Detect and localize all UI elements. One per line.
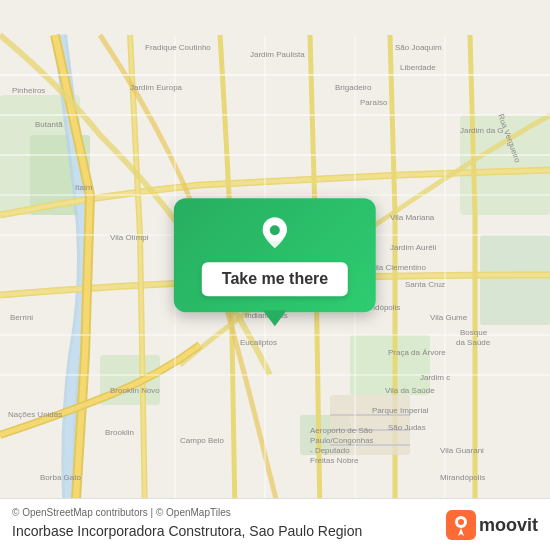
svg-text:São Judas: São Judas (388, 423, 426, 432)
svg-text:Paulo/Congonhas: Paulo/Congonhas (310, 436, 374, 445)
svg-text:Liberdade: Liberdade (400, 63, 436, 72)
destination-card: Take me there (174, 198, 376, 312)
svg-text:Vila da Saúde: Vila da Saúde (385, 386, 435, 395)
moovit-brand-name: moovit (479, 515, 538, 536)
svg-text:Aeroporto de São: Aeroporto de São (310, 426, 373, 435)
svg-text:Campo Belo: Campo Belo (180, 436, 225, 445)
take-me-there-button[interactable]: Take me there (202, 262, 348, 296)
svg-text:Nações Unidas: Nações Unidas (8, 410, 62, 419)
moovit-brand-icon (446, 510, 476, 540)
svg-text:Vila Olímpi: Vila Olímpi (110, 233, 149, 242)
svg-text:São Joaquim: São Joaquim (395, 43, 442, 52)
svg-text:Vila Gume: Vila Gume (430, 313, 468, 322)
svg-text:Mirandópolis: Mirandópolis (440, 473, 485, 482)
svg-text:Pinheiros: Pinheiros (12, 86, 45, 95)
svg-text:Santa Cruz: Santa Cruz (405, 280, 445, 289)
svg-text:Jardim Europa: Jardim Europa (130, 83, 183, 92)
svg-text:da Saúde: da Saúde (456, 338, 491, 347)
location-pin-icon (257, 216, 293, 252)
moovit-logo: moovit (446, 510, 538, 540)
svg-text:Itaim: Itaim (75, 183, 93, 192)
svg-text:- Deputado: - Deputado (310, 446, 350, 455)
svg-text:Brooklin Novo: Brooklin Novo (110, 386, 160, 395)
svg-text:Brooklin: Brooklin (105, 428, 134, 437)
svg-text:Freitas Nobre: Freitas Nobre (310, 456, 359, 465)
svg-text:Berrini: Berrini (10, 313, 33, 322)
svg-rect-4 (480, 235, 550, 325)
svg-text:Jardim da G: Jardim da G (460, 126, 504, 135)
svg-text:Jardim Auréli: Jardim Auréli (390, 243, 436, 252)
svg-text:Vila Guarani: Vila Guarani (440, 446, 484, 455)
svg-text:Parque Imperial: Parque Imperial (372, 406, 429, 415)
svg-text:Jardim c: Jardim c (420, 373, 450, 382)
svg-text:Eucaliptos: Eucaliptos (240, 338, 277, 347)
map-container: Pinheiros Fradique Coutinho Jardim Pauli… (0, 0, 550, 550)
svg-text:Brigadeiro: Brigadeiro (335, 83, 372, 92)
svg-text:Bosque: Bosque (460, 328, 488, 337)
card-tail (263, 310, 287, 326)
svg-text:Fradique Coutinho: Fradique Coutinho (145, 43, 211, 52)
take-me-there-container: Take me there (174, 198, 376, 326)
svg-point-61 (270, 225, 280, 235)
svg-text:Butantã: Butantã (35, 120, 63, 129)
svg-text:Paraíso: Paraíso (360, 98, 388, 107)
svg-point-64 (458, 519, 464, 525)
svg-text:Praça da Árvore: Praça da Árvore (388, 348, 446, 357)
svg-text:Vila Clementino: Vila Clementino (370, 263, 426, 272)
svg-text:Jardim Paulista: Jardim Paulista (250, 50, 305, 59)
svg-text:Vila Mariana: Vila Mariana (390, 213, 435, 222)
info-bar: © OpenStreetMap contributors | © OpenMap… (0, 498, 550, 550)
svg-text:Borba Gato: Borba Gato (40, 473, 81, 482)
